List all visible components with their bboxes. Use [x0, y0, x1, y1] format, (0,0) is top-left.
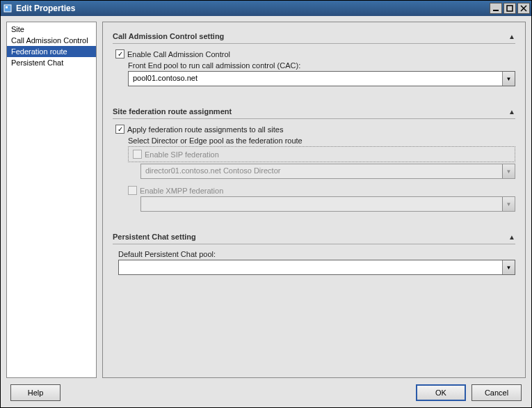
window-controls	[490, 3, 530, 14]
bottom-bar: Help OK Cancel	[1, 378, 531, 407]
sip-federation-group: Enable SIP federation	[128, 146, 515, 162]
sip-pool-dropdown: director01.contoso.net Contoso Director …	[140, 164, 515, 179]
sidebar-item-site[interactable]: Site	[7, 24, 96, 35]
sidebar-item-label: Persistent Chat	[11, 58, 63, 67]
cac-section-body: Enable Call Admission Control Front End …	[113, 48, 515, 93]
edit-properties-window: Edit Properties Site Call Admiss	[0, 0, 532, 408]
federation-section-body: Apply federation route assignments to al…	[113, 123, 515, 219]
sidebar: Site Call Admission Control Federation r…	[6, 22, 97, 378]
enable-sip-label: Enable SIP federation	[145, 150, 219, 159]
pchat-section-header[interactable]: Persistent Chat setting ▲	[113, 233, 515, 244]
dropdown-arrow-icon: ▼	[502, 197, 515, 211]
federation-section-header[interactable]: Site federation route assignment ▲	[113, 107, 515, 119]
collapse-icon: ▲	[508, 233, 515, 241]
help-button[interactable]: Help	[10, 384, 61, 401]
main-area: Site Call Admission Control Federation r…	[1, 16, 531, 378]
sidebar-item-cac[interactable]: Call Admission Control	[7, 35, 96, 46]
pchat-pool-value	[119, 260, 502, 274]
button-label: Help	[28, 389, 44, 397]
minimize-button[interactable]	[490, 3, 502, 14]
cac-pool-value: pool01.contoso.net	[129, 72, 502, 86]
xmpp-pool-dropdown: ▼	[140, 196, 515, 212]
sidebar-item-federation-route[interactable]: Federation route	[7, 46, 96, 57]
svg-rect-3	[507, 6, 513, 11]
app-icon	[2, 3, 13, 14]
dropdown-arrow-icon: ▼	[502, 164, 515, 178]
pchat-pool-label: Default Persistent Chat pool:	[118, 250, 515, 258]
window-title: Edit Properties	[16, 3, 487, 13]
section-title: Call Admission Control setting	[113, 32, 224, 40]
sidebar-item-label: Call Admission Control	[11, 36, 88, 45]
select-federation-label: Select Director or Edge pool as the fede…	[128, 136, 515, 145]
apply-all-sites-label: Apply federation route assignments to al…	[127, 125, 283, 134]
enable-cac-label: Enable Call Admission Control	[127, 50, 230, 58]
sidebar-item-persistent-chat[interactable]: Persistent Chat	[7, 57, 96, 68]
close-button[interactable]	[517, 3, 530, 14]
titlebar: Edit Properties	[1, 1, 531, 16]
enable-xmpp-label: Enable XMPP federation	[140, 187, 223, 195]
svg-rect-1	[6, 6, 8, 8]
xmpp-pool-value	[141, 197, 502, 211]
sidebar-item-label: Federation route	[11, 47, 67, 56]
section-title: Site federation route assignment	[113, 107, 232, 116]
content-panel: Call Admission Control setting ▲ Enable …	[102, 22, 526, 378]
collapse-icon: ▲	[508, 108, 515, 116]
pchat-pool-dropdown[interactable]: ▼	[118, 260, 515, 275]
collapse-icon: ▲	[508, 33, 515, 40]
enable-xmpp-checkbox[interactable]	[128, 186, 137, 195]
pchat-section-body: Default Persistent Chat pool: ▼	[113, 249, 515, 282]
cac-section-header[interactable]: Call Admission Control setting ▲	[113, 32, 515, 44]
cac-pool-label: Front End pool to run call admission con…	[128, 61, 515, 70]
cac-pool-dropdown[interactable]: pool01.contoso.net ▼	[128, 71, 515, 86]
button-label: OK	[435, 389, 446, 397]
section-title: Persistent Chat setting	[113, 233, 196, 241]
enable-cac-checkbox[interactable]	[115, 49, 124, 58]
sidebar-item-label: Site	[11, 25, 24, 33]
enable-sip-checkbox[interactable]	[133, 150, 142, 159]
dropdown-arrow-icon[interactable]: ▼	[502, 72, 515, 86]
cancel-button[interactable]: Cancel	[471, 384, 522, 401]
apply-all-sites-checkbox[interactable]	[115, 125, 124, 134]
button-label: Cancel	[485, 389, 508, 397]
dropdown-arrow-icon[interactable]: ▼	[502, 260, 515, 274]
maximize-button[interactable]	[503, 3, 516, 14]
sip-pool-value: director01.contoso.net Contoso Director	[141, 164, 502, 178]
ok-button[interactable]: OK	[416, 384, 466, 401]
